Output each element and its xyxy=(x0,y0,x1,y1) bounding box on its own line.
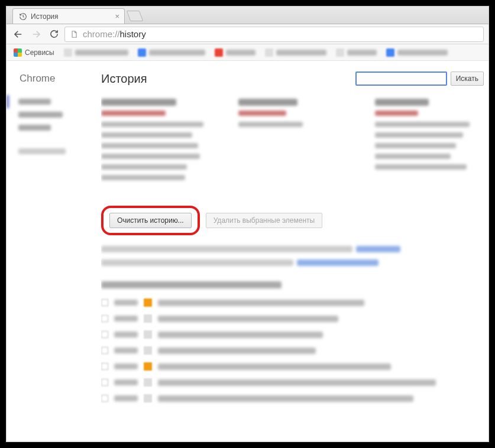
history-entry[interactable] xyxy=(101,314,477,323)
sidebar: Chrome xyxy=(7,61,101,441)
search-input[interactable] xyxy=(355,72,447,86)
sidebar-item[interactable] xyxy=(7,121,101,134)
tab-history[interactable]: История × xyxy=(12,8,125,24)
history-entry[interactable] xyxy=(101,378,477,387)
history-list xyxy=(101,281,488,402)
header-row: История Искать xyxy=(101,72,488,86)
reload-icon xyxy=(49,29,59,39)
entry-time xyxy=(114,363,138,369)
entry-time xyxy=(114,316,138,322)
history-entry[interactable] xyxy=(101,330,477,339)
history-entry[interactable] xyxy=(101,298,477,307)
url-path: history xyxy=(120,29,146,39)
url-scheme: chrome:// xyxy=(83,29,120,39)
activity-column xyxy=(101,99,209,186)
favicon xyxy=(144,378,152,387)
tab-strip: История × xyxy=(7,7,488,24)
arrow-right-icon xyxy=(31,29,41,40)
entry-time xyxy=(114,332,138,337)
browser-window: История × chrome://history Сервисы xyxy=(6,6,489,442)
content-area: Chrome История Искать xyxy=(7,61,488,441)
recent-activity-columns xyxy=(101,99,488,186)
address-bar[interactable]: chrome://history xyxy=(64,27,484,42)
entry-title xyxy=(158,348,316,354)
bookmark-icon xyxy=(64,48,72,57)
apps-icon xyxy=(14,48,22,57)
bookmark-item[interactable] xyxy=(60,47,132,59)
activity-column xyxy=(375,99,483,186)
sidebar-item[interactable] xyxy=(7,145,101,158)
checkbox[interactable] xyxy=(101,347,108,354)
checkbox[interactable] xyxy=(101,299,108,306)
forward-button[interactable] xyxy=(29,27,43,41)
favicon xyxy=(144,362,152,371)
bookmark-services[interactable]: Сервисы xyxy=(10,47,58,59)
bookmark-item[interactable] xyxy=(261,47,330,59)
bookmark-label: Сервисы xyxy=(25,48,54,57)
checkbox[interactable] xyxy=(101,331,108,338)
main-panel: История Искать xyxy=(101,61,488,441)
entry-time xyxy=(114,395,138,401)
highlight-annotation: Очистить историю... xyxy=(101,206,200,235)
bookmark-item[interactable] xyxy=(134,47,209,59)
back-button[interactable] xyxy=(11,27,25,41)
arrow-left-icon xyxy=(13,29,24,40)
entry-title xyxy=(158,363,391,370)
entry-title xyxy=(158,379,436,386)
history-icon xyxy=(19,12,27,21)
entry-title xyxy=(158,395,413,402)
history-entry[interactable] xyxy=(101,346,477,355)
favicon xyxy=(144,298,152,307)
favicon xyxy=(144,346,152,355)
checkbox[interactable] xyxy=(101,395,108,402)
new-tab-button[interactable] xyxy=(127,11,144,21)
bookmark-icon xyxy=(386,48,394,57)
sidebar-item[interactable] xyxy=(7,95,101,108)
history-date-header xyxy=(101,281,282,288)
activity-column xyxy=(238,99,346,186)
entry-title xyxy=(158,332,323,338)
bookmarks-bar: Сервисы xyxy=(7,44,488,61)
info-text xyxy=(101,246,488,266)
sidebar-item[interactable] xyxy=(7,108,101,121)
search-button[interactable]: Искать xyxy=(451,72,484,86)
tab-title: История xyxy=(31,12,59,21)
delete-selected-button[interactable]: Удалить выбранные элементы xyxy=(206,213,322,228)
bookmark-item[interactable] xyxy=(211,47,259,59)
favicon xyxy=(144,330,152,339)
bookmark-icon xyxy=(138,48,146,57)
checkbox[interactable] xyxy=(101,363,108,370)
page-title: История xyxy=(101,72,355,86)
tab-close-icon[interactable]: × xyxy=(115,12,119,21)
bookmark-icon xyxy=(215,48,223,57)
history-entry[interactable] xyxy=(101,362,477,371)
action-row: Очистить историю... Удалить выбранные эл… xyxy=(101,206,488,235)
bookmark-icon xyxy=(265,48,273,57)
brand-label: Chrome xyxy=(7,73,101,95)
page-icon xyxy=(70,30,78,38)
favicon xyxy=(144,314,152,323)
checkbox[interactable] xyxy=(101,315,108,322)
favicon xyxy=(144,394,152,402)
entry-time xyxy=(114,348,138,353)
reload-button[interactable] xyxy=(47,27,61,41)
entry-title xyxy=(158,300,364,306)
entry-time xyxy=(114,300,138,306)
entry-title xyxy=(158,316,338,322)
bookmark-item[interactable] xyxy=(332,47,380,59)
bookmark-item[interactable] xyxy=(383,47,451,59)
history-entry[interactable] xyxy=(101,394,477,402)
clear-history-button[interactable]: Очистить историю... xyxy=(109,213,192,228)
toolbar: chrome://history xyxy=(7,24,488,44)
bookmark-icon xyxy=(336,48,344,57)
entry-time xyxy=(114,379,138,385)
checkbox[interactable] xyxy=(101,379,108,386)
